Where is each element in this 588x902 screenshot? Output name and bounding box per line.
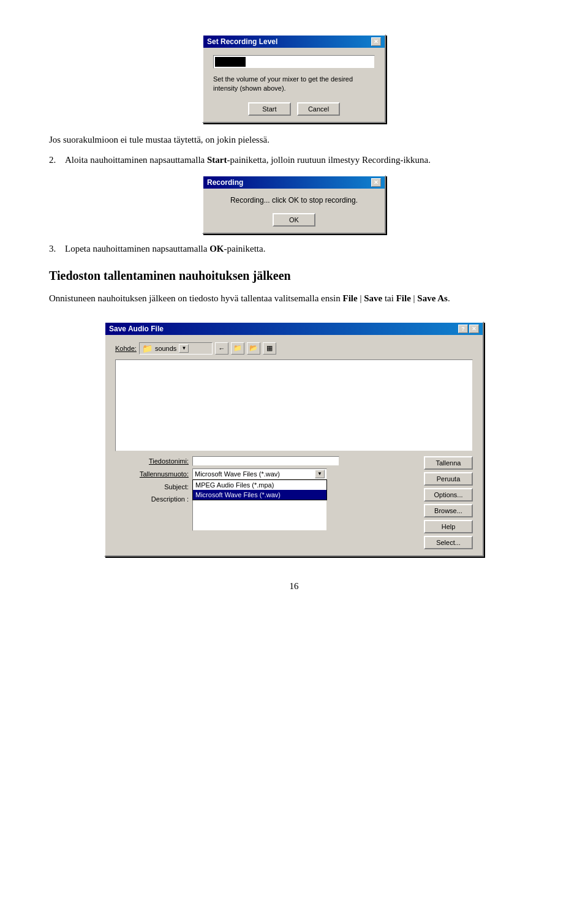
body-text-1: Jos suorakulmioon ei tule mustaa täytett… — [49, 133, 539, 147]
save-dialog-left: Tiedostonimi: Tallennusmuoto: Microsoft … — [115, 456, 419, 549]
start-button[interactable]: Start — [248, 102, 291, 116]
save-dialog-wrapper: Save Audio File ? ✕ Kohde: 📁 sounds ▼ ← … — [49, 315, 539, 557]
filename-input[interactable] — [192, 456, 339, 466]
format-row: Tallennusmuoto: Microsoft Wave Files (*.… — [115, 468, 419, 479]
bold-file1: File — [342, 293, 357, 303]
numbered-item-2: 2. Aloita nauhoittaminen napsauttamalla … — [49, 155, 539, 165]
file-list-area — [115, 359, 473, 451]
format-option-1[interactable]: MPEG Audio Files (*.mpa) — [193, 480, 326, 490]
set-recording-body: Set the volume of your mixer to get the … — [203, 48, 385, 122]
recording-message: Recording... click OK to stop recording. — [213, 196, 375, 205]
bold-file2: File — [396, 293, 411, 303]
folder-icon: 📁 — [142, 344, 153, 353]
recording-close-button[interactable]: ✕ — [371, 178, 381, 187]
format-dropdown-list: MPEG Audio Files (*.mpa) Microsoft Wave … — [192, 479, 327, 500]
select-button[interactable]: Select... — [424, 536, 473, 549]
set-recording-titlebar: Set Recording Level ✕ — [203, 36, 385, 48]
bold-start: Start — [207, 155, 227, 165]
set-recording-title: Set Recording Level — [207, 37, 277, 46]
format-dropdown[interactable]: Microsoft Wave Files (*.wav) ▼ — [192, 468, 327, 479]
filename-label: Tiedostonimi: — [115, 457, 189, 465]
format-label: Tallennusmuoto: — [115, 470, 189, 478]
recording-buttons: OK — [213, 213, 375, 227]
folder-label: Kohde: — [115, 345, 137, 352]
recording-instruction: Set the volume of your mixer to get the … — [213, 75, 375, 94]
save-close-button[interactable]: ✕ — [469, 325, 479, 333]
cancel-button[interactable]: Cancel — [297, 102, 340, 116]
close-button[interactable]: ✕ — [371, 37, 381, 46]
numbered-item-3: 3. Lopeta nauhoittaminen napsauttamalla … — [49, 244, 539, 254]
level-bar — [215, 57, 246, 67]
recording-title: Recording — [207, 178, 243, 187]
save-dialog-inner: Tiedostonimi: Tallennusmuoto: Microsoft … — [115, 456, 473, 549]
ok-button[interactable]: OK — [273, 213, 315, 227]
format-value: Microsoft Wave Files (*.wav) — [195, 470, 280, 478]
filename-row: Tiedostonimi: — [115, 456, 419, 466]
up-button[interactable]: 📁 — [231, 342, 244, 355]
save-help-title-button[interactable]: ? — [458, 325, 468, 333]
set-recording-dialog-wrapper: Set Recording Level ✕ Set the volume of … — [49, 34, 539, 123]
page-content: Set Recording Level ✕ Set the volume of … — [49, 24, 539, 592]
section-heading: Tiedoston tallentaminen nauhoituksen jäl… — [49, 269, 539, 283]
folder-path-row: Kohde: 📁 sounds ▼ ← 📁 📂 ▦ — [115, 342, 473, 355]
item-text-2: Aloita nauhoittaminen napsauttamalla Sta… — [65, 155, 431, 165]
item-text-3: Lopeta nauhoittaminen napsauttamalla OK-… — [65, 244, 265, 254]
set-recording-dialog: Set Recording Level ✕ Set the volume of … — [202, 34, 386, 123]
bold-ok: OK — [209, 244, 224, 254]
new-folder-button[interactable]: 📂 — [247, 342, 260, 355]
recording-titlebar-buttons: ✕ — [371, 178, 381, 187]
section-body: Onnistuneen nauhoituksen jälkeen on tied… — [49, 291, 539, 306]
folder-name: sounds — [155, 345, 176, 352]
recording-body: Recording... click OK to stop recording.… — [203, 189, 385, 233]
bold-save: Save — [364, 293, 382, 303]
save-button[interactable]: Tallenna — [424, 456, 473, 470]
browse-button[interactable]: Browse... — [424, 504, 473, 517]
folder-dropdown-arrow[interactable]: ▼ — [179, 344, 189, 353]
save-dialog-titlebar-buttons: ? ✕ — [458, 325, 479, 333]
titlebar-buttons: ✕ — [371, 37, 381, 46]
options-button[interactable]: Options... — [424, 488, 473, 502]
dialog-buttons: Start Cancel — [213, 102, 375, 116]
format-dropdown-arrow[interactable]: ▼ — [315, 470, 325, 478]
save-dialog-title: Save Audio File — [109, 325, 164, 333]
peruuta-button[interactable]: Peruuta — [424, 472, 473, 486]
description-label: Description : — [115, 495, 189, 503]
back-button[interactable]: ← — [215, 342, 228, 355]
side-buttons: Tallenna Peruuta Options... Browse... He… — [424, 456, 473, 549]
page-number: 16 — [49, 581, 539, 592]
recording-dialog-wrapper: Recording ✕ Recording... click OK to sto… — [49, 175, 539, 234]
format-dropdown-container: Microsoft Wave Files (*.wav) ▼ MPEG Audi… — [192, 468, 327, 479]
level-bar-container — [213, 55, 375, 69]
recording-titlebar: Recording ✕ — [203, 176, 385, 189]
item-number-3: 3. — [49, 244, 60, 254]
subject-label: Subject: — [115, 483, 189, 490]
save-dialog-titlebar: Save Audio File ? ✕ — [105, 323, 483, 335]
view-button[interactable]: ▦ — [263, 342, 276, 355]
save-dialog-body: Kohde: 📁 sounds ▼ ← 📁 📂 ▦ — [105, 335, 483, 555]
folder-dropdown[interactable]: 📁 sounds ▼ — [139, 342, 213, 355]
item-number-2: 2. — [49, 155, 60, 165]
recording-dialog: Recording ✕ Recording... click OK to sto… — [202, 175, 386, 234]
bold-save-as: Save As — [417, 293, 448, 303]
save-audio-dialog: Save Audio File ? ✕ Kohde: 📁 sounds ▼ ← … — [104, 321, 484, 557]
help-button[interactable]: Help — [424, 520, 473, 533]
format-option-2[interactable]: Microsoft Wave Files (*.wav) — [193, 490, 326, 500]
